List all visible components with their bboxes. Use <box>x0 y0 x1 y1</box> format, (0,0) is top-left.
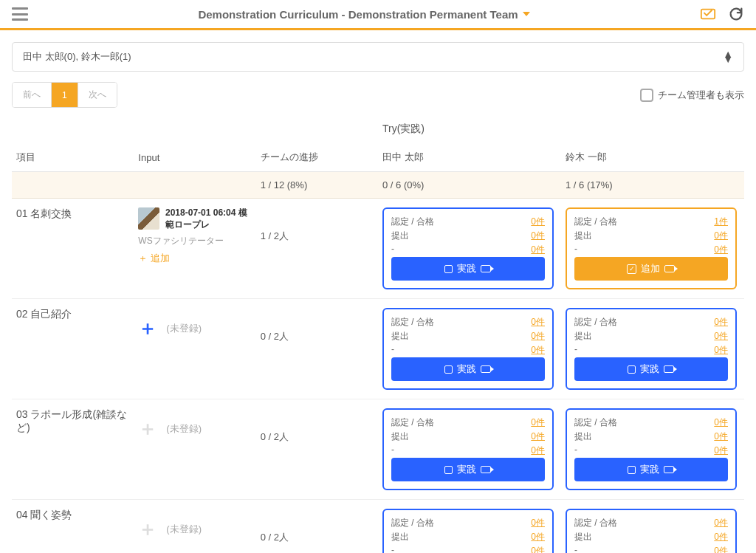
refresh-icon[interactable] <box>728 6 744 22</box>
team-progress: 0 / 2人 <box>261 308 374 343</box>
practice-button[interactable]: 実践 <box>574 458 728 481</box>
dash-label: - <box>574 545 577 553</box>
submit-count-link[interactable]: 0件 <box>714 330 728 343</box>
plus-icon[interactable]: ＋ <box>138 416 157 442</box>
cert-label: 認定 / 合格 <box>574 517 617 529</box>
practice-button[interactable]: 実践 <box>391 458 545 481</box>
pager-row: 前へ 1 次へ チーム管理者も表示 <box>12 82 744 108</box>
col-input: Input <box>134 143 255 172</box>
other-count-link[interactable]: 0件 <box>531 545 545 553</box>
camera-icon <box>664 265 675 272</box>
plus-icon[interactable]: ＋ <box>138 516 157 542</box>
cert-count-link[interactable]: 0件 <box>531 316 545 329</box>
add-button[interactable]: ✓ 追加 <box>574 257 728 281</box>
dash-label: - <box>391 444 394 457</box>
card-icon[interactable] <box>700 6 716 22</box>
col-user1: 田中 太郎 <box>378 143 561 172</box>
show-admins-checkbox[interactable]: チーム管理者も表示 <box>640 89 744 102</box>
team-progress: 0 / 2人 <box>261 509 374 544</box>
progress-card: 認定 / 合格1件提出0件-0件✓ 追加 <box>566 207 737 289</box>
cert-count-link[interactable]: 0件 <box>714 316 728 329</box>
submit-count-link[interactable]: 0件 <box>531 230 545 242</box>
submit-count-link[interactable]: 0件 <box>714 531 728 543</box>
progress-card: 認定 / 合格0件提出0件-0件 実践 <box>566 408 737 490</box>
add-input-link[interactable]: ＋ 追加 <box>138 252 251 265</box>
input-thumb-link[interactable]: 2018-07-01 06:04 模範ロープレ <box>138 207 251 230</box>
progress-card: 認定 / 合格0件提出0件-0件 実践 <box>566 509 737 553</box>
other-count-link[interactable]: 0件 <box>714 344 728 357</box>
camera-icon <box>481 466 491 473</box>
submit-label: 提出 <box>391 430 409 443</box>
submit-count-link[interactable]: 0件 <box>714 430 728 443</box>
user-filter-value: 田中 太郎(0), 鈴木一郎(1) <box>23 50 131 63</box>
submit-label: 提出 <box>391 531 409 543</box>
practice-button[interactable]: 実践 <box>391 257 545 281</box>
page-title-dropdown[interactable]: Demonstration Curriculum - Demonstration… <box>198 8 529 21</box>
cert-count-link[interactable]: 0件 <box>714 517 728 529</box>
progress-card: 認定 / 合格0件提出0件-0件 実践 <box>382 308 554 390</box>
menu-icon[interactable] <box>12 7 28 21</box>
cert-label: 認定 / 合格 <box>391 316 434 329</box>
dash-label: - <box>574 244 577 256</box>
table-row: 02 自己紹介＋(未登録)0 / 2人認定 / 合格0件提出0件-0件 実践 認… <box>12 299 744 399</box>
chevron-down-icon <box>523 12 530 16</box>
submit-label: 提出 <box>391 330 409 343</box>
cert-count-link[interactable]: 0件 <box>714 416 728 429</box>
summary-user2: 1 / 6 (17%) <box>561 172 744 199</box>
submit-count-link[interactable]: 0件 <box>531 330 545 343</box>
square-icon <box>444 265 453 273</box>
other-count-link[interactable]: 0件 <box>714 444 728 457</box>
table-row: 01 名刺交換2018-07-01 06:04 模範ロープレWSファシリテーター… <box>12 199 744 299</box>
dash-label: - <box>574 444 577 457</box>
unregistered-label: (未登録) <box>166 523 202 536</box>
camera-icon <box>664 466 674 473</box>
cert-count-link[interactable]: 0件 <box>531 216 545 228</box>
progress-card: 認定 / 合格0件提出0件-0件 実践 <box>566 308 737 390</box>
plus-icon[interactable]: ＋ <box>138 315 157 341</box>
cert-count-link[interactable]: 0件 <box>531 416 545 429</box>
camera-icon <box>481 365 491 373</box>
submit-count-link[interactable]: 0件 <box>531 430 545 443</box>
col-item: 項目 <box>12 143 134 172</box>
submit-label: 提出 <box>391 230 409 242</box>
unregistered-label: (未登録) <box>166 422 202 436</box>
submit-count-link[interactable]: 0件 <box>531 531 545 543</box>
summary-row: 1 / 12 (8%) 0 / 6 (0%) 1 / 6 (17%) <box>12 172 744 199</box>
user-filter-select[interactable]: 田中 太郎(0), 鈴木一郎(1) ▲▼ <box>12 42 744 72</box>
practice-button[interactable]: 実践 <box>391 357 545 381</box>
submit-count-link[interactable]: 0件 <box>714 230 728 242</box>
check-icon: ✓ <box>627 264 636 274</box>
input-cell: ＋(未登録) <box>138 315 251 341</box>
item-label: 01 名刺交換 <box>16 207 129 221</box>
progress-card: 認定 / 合格0件提出0件-0件 実践 <box>382 509 554 553</box>
other-count-link[interactable]: 0件 <box>531 444 545 457</box>
other-count-link[interactable]: 0件 <box>531 344 545 357</box>
cert-count-link[interactable]: 0件 <box>531 517 545 529</box>
thumbnail-image <box>138 207 159 230</box>
team-progress: 1 / 2人 <box>261 207 374 243</box>
square-icon <box>444 365 453 374</box>
header-row: 項目 Input チームの進捗 田中 太郎 鈴木 一郎 <box>12 143 744 172</box>
cert-label: 認定 / 合格 <box>574 416 617 429</box>
pager: 前へ 1 次へ <box>12 82 117 108</box>
pager-prev[interactable]: 前へ <box>13 83 51 107</box>
table-row: 04 聞く姿勢＋(未登録)0 / 2人認定 / 合格0件提出0件-0件 実践 認… <box>12 500 744 554</box>
other-count-link[interactable]: 0件 <box>714 244 728 256</box>
checkbox-label: チーム管理者も表示 <box>658 89 744 102</box>
progress-card: 認定 / 合格0件提出0件-0件 実践 <box>382 408 554 490</box>
table-row: 03 ラポール形成(雑談など)＋(未登録)0 / 2人認定 / 合格0件提出0件… <box>12 399 744 500</box>
submit-label: 提出 <box>574 430 592 443</box>
dash-label: - <box>391 344 394 357</box>
thumb-text: 2018-07-01 06:04 模範ロープレ <box>165 207 252 230</box>
practice-button[interactable]: 実践 <box>574 357 728 381</box>
pager-page-1[interactable]: 1 <box>51 83 78 107</box>
submit-label: 提出 <box>574 531 592 543</box>
other-count-link[interactable]: 0件 <box>714 545 728 553</box>
cert-count-link[interactable]: 1件 <box>714 216 728 228</box>
plus-icon: ＋ <box>138 252 148 265</box>
unregistered-label: (未登録) <box>166 322 202 335</box>
submit-label: 提出 <box>574 330 592 343</box>
submit-label: 提出 <box>574 230 592 242</box>
other-count-link[interactable]: 0件 <box>531 244 545 256</box>
pager-next[interactable]: 次へ <box>78 83 117 107</box>
